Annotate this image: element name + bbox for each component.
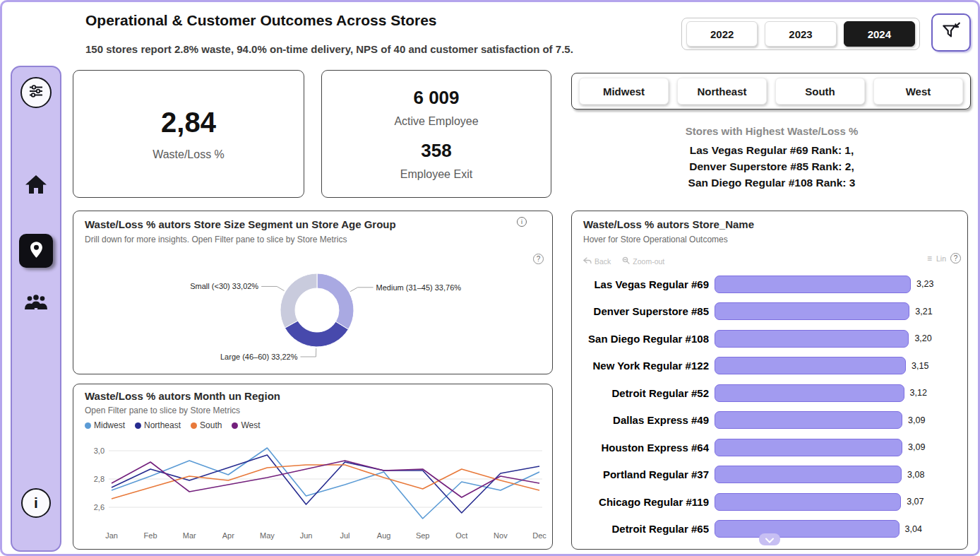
- line-card-title: Waste/Loss % autors Month un Region: [85, 390, 280, 402]
- bar[interactable]: [715, 411, 902, 429]
- donut-chart-svg[interactable]: Medium (31–45) 33,76%Large (46–60) 33,22…: [80, 248, 546, 369]
- bar-toolbar: Back Zoom-out: [583, 256, 664, 266]
- bar[interactable]: [715, 302, 909, 320]
- bar-row: San Diego Regular #1083,20: [579, 325, 962, 353]
- x-axis-tick: Nov: [494, 531, 508, 540]
- bar-row: Denver Superstore #853,21: [579, 298, 962, 326]
- scroll-down-button[interactable]: [759, 533, 780, 545]
- x-axis-tick: Aug: [377, 531, 391, 540]
- legend-item-midwest[interactable]: Midwest: [85, 420, 125, 430]
- bar-category-label: Dallas Express #49: [579, 414, 715, 426]
- bar[interactable]: [715, 439, 902, 456]
- bar[interactable]: [715, 357, 906, 374]
- bar[interactable]: [715, 493, 901, 511]
- bar-category-label: San Diego Regular #108: [579, 333, 715, 345]
- legend-item-west[interactable]: West: [232, 420, 260, 430]
- donut-slice-label: Large (46–60) 33,22%: [220, 353, 298, 361]
- zoom-out-button[interactable]: Zoom-out: [622, 256, 664, 266]
- y-axis-tick: 3,0: [94, 446, 104, 455]
- bar-row: Dallas Express #493,09: [579, 407, 962, 434]
- sidebar-item-stores[interactable]: [19, 234, 53, 268]
- year-button-2024[interactable]: 2024: [844, 21, 915, 47]
- list-icon[interactable]: ≡: [927, 254, 932, 264]
- kpi-active-employee-label: Active Employee: [394, 115, 478, 128]
- legend-item-south[interactable]: South: [191, 420, 222, 430]
- region-button-west[interactable]: West: [873, 78, 963, 105]
- donut-slice-1[interactable]: [285, 321, 348, 347]
- bar-value-label: 3,15: [912, 361, 928, 371]
- filter-button[interactable]: [931, 13, 971, 52]
- legend-label: West: [241, 420, 260, 430]
- sliders-icon: [28, 83, 44, 102]
- kpi-waste-label: Waste/Loss %: [153, 148, 225, 161]
- bar[interactable]: [715, 276, 911, 293]
- bar-category-label: New York Regular #122: [579, 360, 715, 372]
- kpi-employee-exit-label: Employee Exit: [400, 168, 472, 181]
- region-button-midwest[interactable]: Midwest: [579, 78, 669, 105]
- legend-dot: [85, 422, 91, 429]
- bar[interactable]: [715, 384, 904, 402]
- bar-value-label: 3,09: [908, 442, 925, 452]
- sidebar-item-filters[interactable]: [20, 77, 52, 108]
- back-label: Back: [594, 257, 611, 266]
- help-icon[interactable]: ?: [950, 253, 961, 264]
- donut-chart-card: Waste/Loss % autors Store Size Segment u…: [73, 211, 553, 374]
- funnel-icon: [940, 20, 962, 45]
- bar-row: New York Regular #1223,15: [579, 353, 962, 380]
- people-icon: [23, 293, 49, 316]
- magnifier-minus-icon: [622, 256, 630, 266]
- line-series-northeast[interactable]: [112, 455, 539, 513]
- region-button-south[interactable]: South: [775, 78, 865, 105]
- x-axis-tick: Feb: [144, 531, 157, 540]
- zoom-out-label: Zoom-out: [633, 257, 664, 266]
- bar-row: Houston Express #643,09: [579, 434, 962, 461]
- bar-value-label: 3,09: [908, 415, 925, 425]
- bar-value-label: 3,23: [916, 279, 933, 289]
- line-chart-svg[interactable]: 3,02,82,6JanFebMarAprMayJunJulAugSepOctN…: [79, 432, 548, 545]
- highlight-line: Las Vegas Regular #69 Rank: 1,: [588, 142, 955, 158]
- info-icon[interactable]: i: [517, 217, 527, 227]
- dashboard-root: Operational & Customer Outcomes Across S…: [0, 0, 980, 556]
- x-axis-tick: Mar: [183, 531, 196, 540]
- legend-dot: [135, 422, 141, 429]
- highlight-title: Stores with Highest Waste/Loss %: [588, 125, 955, 137]
- highlight-line: Denver Superstore #85 Rank: 2,: [588, 158, 955, 175]
- bar[interactable]: [715, 330, 909, 348]
- x-axis-tick: Jan: [105, 531, 118, 540]
- bar-value-label: 3,04: [905, 524, 922, 534]
- location-pin-icon: [27, 240, 46, 262]
- bar-value-label: 3,07: [907, 497, 924, 507]
- legend-label: South: [200, 420, 222, 430]
- back-button[interactable]: Back: [583, 257, 611, 266]
- bar-category-label: Denver Superstore #85: [579, 305, 715, 317]
- year-button-2023[interactable]: 2023: [765, 21, 836, 47]
- bar-category-label: Detroit Regular #65: [579, 523, 715, 535]
- donut-slice-label: Small (<30) 33,02%: [190, 282, 258, 290]
- bar-card-title: Waste/Loss % autors Store_Name: [583, 218, 754, 230]
- bar[interactable]: [715, 520, 900, 538]
- region-button-northeast[interactable]: Northeast: [677, 78, 767, 105]
- home-icon: [24, 173, 48, 199]
- donut-slice-0[interactable]: [317, 273, 354, 329]
- x-axis-tick: Apr: [222, 531, 234, 540]
- legend-label: Midwest: [94, 420, 125, 430]
- bar-category-label: Las Vegas Regular #69: [579, 278, 715, 290]
- sidebar-item-people[interactable]: [23, 293, 49, 316]
- bar-row: Portland Regular #373,08: [579, 461, 962, 489]
- bar[interactable]: [715, 466, 902, 483]
- year-button-2022[interactable]: 2022: [686, 21, 758, 47]
- bar-row: Las Vegas Regular #693,23: [579, 271, 962, 298]
- kpi-active-employee-value: 6 009: [413, 87, 459, 109]
- sidebar-item-home[interactable]: [24, 173, 48, 199]
- sidebar-nav: i: [11, 66, 61, 552]
- page-subtitle: 150 stores report 2.8% waste, 94.0% on-t…: [85, 43, 573, 55]
- line-legend: MidwestNortheastSouthWest: [85, 420, 261, 430]
- region-filter-group: MidwestNortheastSouthWest: [571, 73, 971, 110]
- legend-item-northeast[interactable]: Northeast: [135, 420, 181, 430]
- x-axis-tick: Sep: [416, 531, 430, 540]
- bar-value-label: 3,08: [907, 470, 924, 480]
- legend-label: Northeast: [144, 420, 181, 430]
- kpi-employee-exit-value: 358: [421, 140, 451, 162]
- sidebar-item-info[interactable]: i: [21, 488, 51, 518]
- donut-slice-2[interactable]: [280, 273, 317, 328]
